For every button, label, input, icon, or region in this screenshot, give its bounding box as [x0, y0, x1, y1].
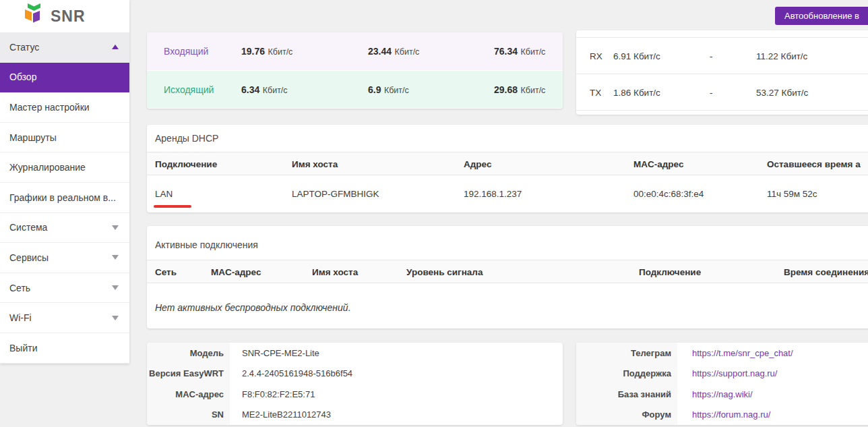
dhcp-leases-card: Аренды DHCP Подключение Имя хоста Адрес … [147, 125, 868, 212]
empty-state-message: Нет активных беспроводных подключений. [155, 302, 351, 313]
device-info-row: SN ME2-LiteB2211012743 [147, 405, 563, 426]
mac-label: MAC-адрес [147, 389, 230, 399]
rx-value-2: 11.22 Кбит/с [756, 51, 807, 61]
sidebar-item-status[interactable]: Статус [0, 32, 129, 63]
knowledge-base-link[interactable]: https://nag.wiki/ [677, 389, 753, 399]
sidebar-item-label: Выйти [9, 343, 37, 353]
active-connections-empty-row: Нет активных беспроводных подключений. [147, 283, 868, 328]
device-info-row: Модель SNR-CPE-ME2-Lite [147, 343, 563, 364]
tx-dash: - [710, 87, 713, 97]
active-connections-table-header: Сеть MAC-адрес Имя хоста Уровень сигнала… [147, 260, 868, 283]
support-links-card: Телеграм https://t.me/snr_cpe_chat/ Подд… [576, 343, 868, 425]
card-top-strip [576, 30, 868, 38]
cell-mac: 00:e0:4c:68:3f:e4 [633, 189, 704, 199]
sidebar-item-label: Маршруты [9, 132, 57, 143]
interface-stats-card: RX 6.91 Кбит/с - 11.22 Кбит/с TX 1.86 Кб… [576, 30, 868, 115]
sidebar-item-label: Wi-Fi [9, 312, 32, 323]
model-label: Модель [147, 348, 230, 358]
support-link-row: Телеграм https://t.me/snr_cpe_chat/ [576, 343, 868, 364]
telegram-link[interactable]: https://t.me/snr_cpe_chat/ [677, 348, 793, 358]
chevron-down-icon [112, 255, 119, 260]
snr-cube-icon [24, 3, 44, 30]
rx-row: RX 6.91 Кбит/с - 11.22 Кбит/с [576, 38, 868, 74]
outgoing-label: Исходящий [164, 84, 214, 95]
chevron-down-icon [112, 285, 119, 290]
sidebar-item-services[interactable]: Сервисы [0, 243, 129, 273]
sidebar-item-label: Журналирование [9, 162, 86, 173]
sidebar-item-setup-wizard[interactable]: Мастер настройки [0, 92, 129, 123]
traffic-summary-card: Входящий 19.76 Кбит/с 23.44 Кбит/с 76.34… [147, 32, 563, 109]
support-link-row: База знаний https://nag.wiki/ [576, 384, 868, 405]
sidebar-item-label: Графики в реальном в... [9, 192, 116, 203]
support-link-row: Поддержка https://support.nag.ru/ [576, 364, 868, 385]
sidebar-menu: Статус Обзор Мастер настройки Маршруты Ж… [0, 32, 129, 364]
support-link-row: Форум https://forum.nag.ru/ [576, 405, 868, 426]
brand-name: SNR [51, 7, 86, 26]
sn-value: ME2-LiteB2211012743 [230, 409, 331, 420]
chevron-down-icon [112, 316, 119, 320]
dhcp-leases-title: Аренды DHCP [155, 133, 218, 144]
outgoing-value-1: 6.34 Кбит/с [241, 84, 288, 96]
incoming-traffic-row: Входящий 19.76 Кбит/с 23.44 Кбит/с 76.34… [147, 32, 563, 70]
sidebar-item-network[interactable]: Сеть [0, 273, 129, 304]
cell-connection: LAN [155, 189, 173, 199]
col-time-left: Оставшееся время а [767, 159, 861, 169]
mac-value: F8:F0:82:F2:E5:71 [230, 389, 315, 399]
incoming-value-3: 76.34 Кбит/с [494, 45, 545, 57]
tx-label: TX [590, 87, 601, 97]
tx-value-2: 53.27 Кбит/с [756, 87, 808, 97]
incoming-value-2: 23.44 Кбит/с [368, 45, 419, 57]
outgoing-traffic-row: Исходящий 6.34 Кбит/с 6.9 Кбит/с 29.68 К… [147, 70, 563, 108]
forum-link[interactable]: https://forum.nag.ru/ [677, 409, 770, 420]
sidebar-item-label: Статус [9, 42, 39, 53]
sidebar-item-label: Сеть [9, 283, 30, 293]
annotation-red-underline [154, 205, 191, 208]
knowledge-base-label: База знаний [576, 389, 677, 399]
sidebar-item-wifi[interactable]: Wi-Fi [0, 303, 129, 333]
brand-logo[interactable]: SNR [0, 0, 129, 32]
cell-hostname: LAPTOP-GFMBHIGK [292, 189, 379, 199]
rx-value-1: 6.91 Кбит/с [613, 51, 660, 61]
support-label: Поддержка [576, 368, 677, 378]
cell-address: 192.168.1.237 [464, 189, 522, 199]
forum-label: Форум [576, 409, 677, 420]
sidebar-item-label: Мастер настройки [9, 102, 90, 113]
col-mac: MAC-адрес [633, 159, 683, 169]
col-net: Сеть [155, 266, 177, 277]
incoming-label: Входящий [164, 46, 208, 57]
active-connections-card: Активные подключения Сеть MAC-адрес Имя … [147, 226, 868, 329]
firmware-value: 2.4.4-2405161948-516b6f54 [230, 368, 352, 378]
incoming-value-1: 19.76 Кбит/с [241, 45, 292, 57]
col-hostname: Имя хоста [312, 266, 358, 277]
cell-time-left: 11ч 59м 52с [767, 189, 817, 199]
sidebar-item-routes[interactable]: Маршруты [0, 123, 129, 153]
col-mac: MAC-адрес [211, 266, 261, 277]
sidebar-item-overview[interactable]: Обзор [0, 63, 129, 93]
sidebar: SNR Статус Обзор Мастер настройки Маршру… [0, 0, 129, 364]
tx-row: TX 1.86 Кбит/с - 53.27 Кбит/с [576, 74, 868, 111]
support-link[interactable]: https://support.nag.ru/ [677, 368, 777, 378]
col-hostname: Имя хоста [292, 159, 338, 169]
device-info-row: Версия EasyWRT 2.4.4-2405161948-516b6f54 [147, 364, 563, 385]
sidebar-item-realtime-graphs[interactable]: Графики в реальном в... [0, 183, 129, 213]
device-info-card: Модель SNR-CPE-ME2-Lite Версия EasyWRT 2… [147, 343, 563, 425]
dhcp-table-row: LAN LAPTOP-GFMBHIGK 192.168.1.237 00:e0:… [147, 175, 868, 212]
col-uptime: Время соединения [784, 266, 868, 277]
firmware-label: Версия EasyWRT [147, 368, 230, 378]
rx-dash: - [710, 51, 713, 61]
sn-label: SN [147, 409, 230, 420]
sidebar-item-system[interactable]: Система [0, 213, 129, 244]
col-address: Адрес [464, 159, 491, 169]
outgoing-value-2: 6.9 Кбит/с [368, 84, 409, 96]
col-signal: Уровень сигнала [406, 266, 483, 277]
model-value: SNR-CPE-ME2-Lite [230, 348, 319, 358]
tx-value-1: 1.86 Кбит/с [613, 87, 660, 97]
sidebar-item-logging[interactable]: Журналирование [0, 152, 129, 183]
sidebar-item-label: Система [9, 222, 47, 233]
autorefresh-button[interactable]: Автообновление в [775, 7, 868, 25]
sidebar-item-label: Сервисы [9, 252, 49, 263]
sidebar-item-logout[interactable]: Выйти [0, 333, 129, 364]
chevron-down-icon [112, 225, 119, 230]
chevron-up-icon [112, 45, 119, 49]
overview-page: SNR Статус Обзор Мастер настройки Маршру… [0, 0, 868, 427]
